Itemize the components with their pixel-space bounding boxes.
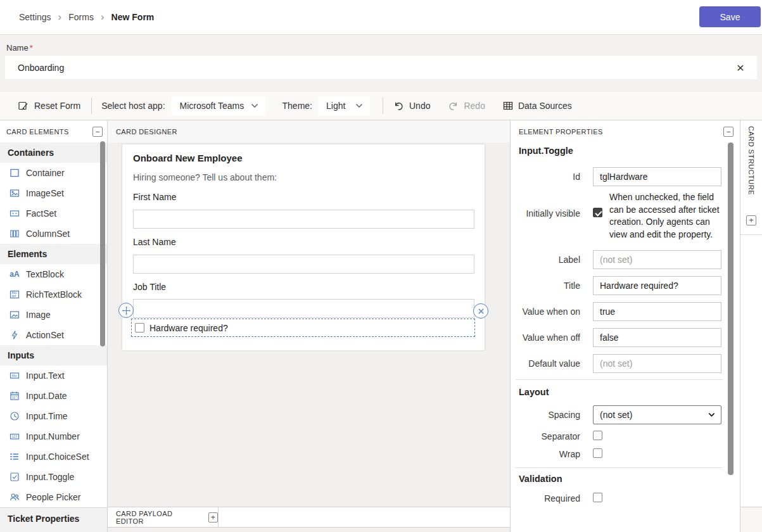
fact-set-icon <box>9 208 20 218</box>
separator-checkbox[interactable] <box>593 431 602 440</box>
reset-form-button[interactable]: Reset Form <box>18 100 80 111</box>
initially-visible-description: When unchecked, the field can be accesse… <box>609 191 728 241</box>
card-subheading[interactable]: Hiring someone? Tell us about them: <box>133 172 277 182</box>
wrap-checkbox[interactable] <box>593 448 602 458</box>
sidebar-item-input-choiceset[interactable]: Input.ChoiceSet <box>0 446 107 467</box>
label-input[interactable] <box>593 250 721 269</box>
value-when-on-input[interactable] <box>593 302 721 321</box>
card-heading[interactable]: Onboard New Employee <box>133 153 243 163</box>
sidebar-item-image[interactable]: Image <box>0 305 107 325</box>
expand-payload-editor-icon[interactable]: + <box>208 512 218 522</box>
element-properties-title: ELEMENT PROPERTIES <box>519 128 603 136</box>
data-sources-button[interactable]: Data Sources <box>503 101 572 111</box>
sidebar-item-actionset[interactable]: ActionSet <box>0 325 107 345</box>
validation-section-heading: Validation <box>519 474 562 484</box>
card-elements-scrollbar[interactable] <box>100 141 105 346</box>
sidebar-item-container[interactable]: Container <box>0 163 107 183</box>
spacing-select[interactable]: (not set) <box>593 405 721 424</box>
sidebar-item-columnset[interactable]: ColumnSet <box>0 224 107 244</box>
breadcrumb-forms[interactable]: Forms <box>68 12 94 22</box>
value-when-off-input[interactable] <box>593 328 721 347</box>
element-properties-panel: ELEMENT PROPERTIES − Input.Toggle Id Ini… <box>510 120 740 532</box>
collapse-properties-icon[interactable]: − <box>723 127 733 137</box>
sidebar-item-input-toggle[interactable]: Input.Toggle <box>0 467 107 487</box>
sidebar-item-input-number[interactable]: 123 Input.Number <box>0 426 107 446</box>
theme-label: Theme: <box>283 101 312 111</box>
job-title-input[interactable] <box>133 299 474 318</box>
chevron-down-icon <box>251 103 258 108</box>
section-divider <box>516 379 723 380</box>
last-name-input[interactable] <box>133 255 474 274</box>
theme-dropdown[interactable]: Light <box>318 96 370 115</box>
collapse-panel-icon[interactable]: − <box>92 127 103 137</box>
name-input-wrap: × <box>5 56 757 79</box>
main-area: CARD ELEMENTS − Containers Container Ima… <box>0 120 762 532</box>
card-structure-strip: CARD STRUCTURE + <box>740 120 762 532</box>
card-payload-editor-tab[interactable]: CARD PAYLOAD EDITOR + <box>108 507 219 527</box>
image-set-icon <box>9 188 20 198</box>
redo-button[interactable]: Redo <box>448 101 485 111</box>
separator-label: Separator <box>519 431 580 441</box>
save-button[interactable]: Save <box>699 6 761 27</box>
top-bar: Settings › Forms › New Form Save <box>0 0 762 35</box>
card-elements-header: CARD ELEMENTS − <box>0 120 107 142</box>
element-properties-header: ELEMENT PROPERTIES − <box>511 120 740 142</box>
card-elements-title: CARD ELEMENTS <box>6 128 69 136</box>
designer-footer-gutter <box>108 528 510 532</box>
breadcrumb-settings[interactable]: Settings <box>19 12 51 22</box>
default-value-label: Default value <box>519 358 580 369</box>
id-input[interactable] <box>593 167 721 186</box>
section-header-ticket-properties[interactable]: Ticket Properties <box>0 507 107 532</box>
text-block-icon: aA <box>9 270 20 279</box>
strip-divider <box>740 234 762 235</box>
undo-icon <box>393 101 404 111</box>
initially-visible-label: Initially visible <box>519 208 580 218</box>
first-name-input[interactable] <box>133 210 474 229</box>
sidebar-item-people-picker[interactable]: People Picker <box>0 487 107 507</box>
calendar-icon <box>9 391 20 401</box>
expand-card-structure-icon[interactable]: + <box>746 215 756 225</box>
title-input[interactable] <box>593 276 721 295</box>
breadcrumb-chevron-icon: › <box>101 11 105 23</box>
toolbar-divider <box>383 98 383 114</box>
initially-visible-checkbox[interactable] <box>593 208 602 217</box>
section-header-containers: Containers <box>0 142 107 163</box>
hardware-required-checkbox[interactable] <box>135 323 144 332</box>
section-divider <box>516 467 723 468</box>
delete-element-handle[interactable] <box>473 303 488 319</box>
name-label: Name* <box>6 43 33 53</box>
sidebar-item-imageset[interactable]: ImageSet <box>0 183 107 203</box>
strip-footer <box>740 507 762 532</box>
sidebar-item-input-text[interactable]: Abc Input.Text <box>0 365 107 386</box>
field-label-last-name[interactable]: Last Name <box>133 237 176 247</box>
default-value-input[interactable] <box>593 354 721 373</box>
host-app-dropdown[interactable]: Microsoft Teams <box>172 96 265 115</box>
sidebar-item-richtextblock[interactable]: Abcdef RichTextBlock <box>0 284 107 305</box>
element-properties-scrollbar[interactable] <box>728 142 733 475</box>
action-set-icon <box>9 330 20 340</box>
designer-toolbar: Reset Form Select host app: Microsoft Te… <box>0 92 762 120</box>
card-designer-canvas[interactable]: Onboard New Employee Hiring someone? Tel… <box>108 142 510 507</box>
label-label: Label <box>519 255 580 265</box>
field-label-job-title[interactable]: Job Title <box>133 282 166 292</box>
selected-toggle-element[interactable]: Hardware required? <box>131 319 475 337</box>
id-label: Id <box>519 172 580 182</box>
clear-name-icon[interactable]: × <box>737 60 744 73</box>
undo-button[interactable]: Undo <box>393 101 430 111</box>
required-label: Required <box>519 493 580 504</box>
form-name-input[interactable] <box>5 56 757 79</box>
field-label-first-name[interactable]: First Name <box>133 192 176 202</box>
sidebar-item-input-time[interactable]: Input.Time <box>0 406 107 426</box>
move-element-handle[interactable] <box>118 303 134 318</box>
svg-text:123: 123 <box>12 434 18 438</box>
name-section: Name* × <box>0 35 762 92</box>
spacing-label: Spacing <box>519 410 580 420</box>
sidebar-item-textblock[interactable]: aA TextBlock <box>0 264 107 284</box>
people-icon <box>9 492 20 502</box>
sidebar-item-factset[interactable]: FactSet <box>0 203 107 224</box>
toggle-checkbox-icon <box>9 472 20 482</box>
column-set-icon <box>9 229 20 239</box>
chevron-down-icon <box>708 412 715 417</box>
required-checkbox[interactable] <box>593 493 602 502</box>
sidebar-item-input-date[interactable]: Input.Date <box>0 386 107 406</box>
